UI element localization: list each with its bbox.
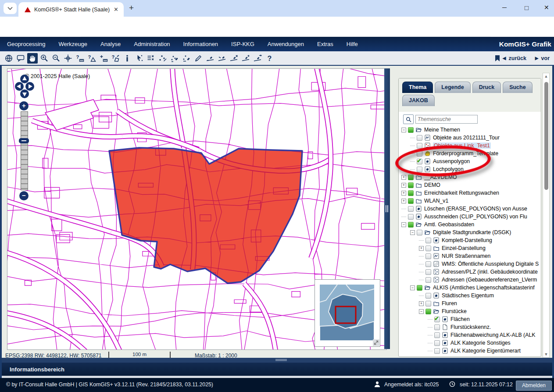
tree-expander[interactable]: +	[401, 191, 406, 196]
tree-item[interactable]: −Meine Themen	[400, 126, 541, 134]
tree-expander[interactable]: −	[410, 230, 415, 235]
tree-item[interactable]: ALK Kategorie Sonstiges	[400, 339, 541, 347]
tree-item[interactable]: −Amtl. Geobasisdaten	[400, 221, 541, 228]
tree-item[interactable]: Städtisches Eigentum	[400, 292, 541, 299]
tree-item-label[interactable]: Fluren	[442, 300, 457, 306]
tool-globe-icon[interactable]	[4, 53, 14, 64]
tree-item[interactable]: Objekte aus 20121111_Tour	[400, 134, 541, 142]
tree-checkbox[interactable]	[425, 293, 431, 299]
tree-item-label[interactable]: Adressen (Gebaeudereferenzen_LVerm	[442, 277, 537, 283]
tool-measure-redline-icon[interactable]: ?	[110, 53, 121, 64]
tree-checkbox[interactable]	[425, 253, 431, 259]
tree-item[interactable]: Adressen (Gebaeudereferenzen_LVerm	[400, 276, 541, 284]
vor-button[interactable]: vor	[541, 55, 550, 61]
tree-checkbox[interactable]	[408, 214, 414, 220]
tree-checkbox[interactable]	[425, 261, 431, 267]
tree-item[interactable]: +WLAN_v1	[400, 197, 541, 205]
tool-remove-vertex-icon[interactable]	[181, 53, 192, 64]
tree-item[interactable]: +Fluren	[400, 299, 541, 307]
tree-item-label[interactable]: Digitale Stadtgrundkarte (DSGK)	[433, 229, 511, 235]
search-button[interactable]	[403, 114, 414, 124]
tree-item-label[interactable]: DEMO	[424, 182, 440, 188]
tool-identify-icon[interactable]	[122, 53, 132, 64]
tree-item[interactable]: ALK Kategorie Eigentümerart	[400, 347, 541, 355]
panel-tab-suche[interactable]: Suche	[503, 82, 533, 93]
tree-checkbox[interactable]	[425, 238, 431, 243]
menu-hilfe[interactable]: Hilfe	[347, 41, 358, 47]
tree-checkbox[interactable]	[425, 301, 431, 306]
tab-close-icon[interactable]: ✕	[112, 6, 120, 13]
tree-expander[interactable]: −	[401, 222, 406, 227]
tree-checkbox[interactable]	[434, 317, 440, 322]
panel-tab-jakob[interactable]: JAKOB	[402, 95, 435, 106]
tree-checkbox[interactable]	[408, 198, 414, 204]
tree-item[interactable]: +DEMO	[400, 181, 541, 189]
scroll-down-icon[interactable]: ▼	[543, 352, 549, 356]
tree-expander[interactable]: +	[419, 246, 424, 251]
tree-expander[interactable]: +	[401, 183, 406, 188]
tree-item-label[interactable]: Erreichbarkeit Rettungswachen	[424, 190, 499, 196]
tree-checkbox[interactable]	[408, 175, 414, 180]
tree-item[interactable]: −ALKIS (Amtliches Liegenschaftskatasteri…	[400, 284, 541, 292]
tree-item-label[interactable]: Einzel-Darstellung	[442, 245, 486, 251]
tree-item-label[interactable]: ALKIS (Amtliches Liegenschaftskatasterin…	[433, 285, 535, 291]
tree-checkbox[interactable]	[408, 127, 414, 133]
tree-checkbox[interactable]	[434, 324, 440, 330]
tree-item-label[interactable]: Meine Themen	[424, 127, 460, 133]
tree-item-label[interactable]: Flächen	[450, 316, 470, 322]
zurueck-button[interactable]: zurück	[509, 55, 526, 61]
tool-center-map-icon[interactable]	[63, 53, 73, 64]
tab-search-button[interactable]	[4, 3, 17, 14]
tree-checkbox[interactable]	[425, 269, 431, 275]
tree-item-label[interactable]: Komplett-Darstellung	[442, 237, 492, 243]
tree-expander[interactable]: +	[401, 175, 406, 180]
tree-item-label[interactable]: Flurstückskennz.	[450, 324, 491, 330]
tree-item[interactable]: WMS: Öffentliche Ausspielung Digitale S	[400, 260, 541, 268]
zoom-in-button[interactable]: +	[19, 101, 29, 110]
tree-item[interactable]: Flurstückskennz.	[400, 323, 541, 331]
tool-redline-line-icon[interactable]	[217, 53, 227, 64]
tree-item-label[interactable]: Flurstücke	[442, 308, 467, 314]
zoom-handle[interactable]	[19, 138, 29, 143]
tree-checkbox[interactable]	[417, 135, 422, 141]
tool-info-bubble-icon[interactable]	[15, 53, 26, 64]
zoom-track[interactable]	[21, 111, 28, 190]
tree-checkbox[interactable]	[425, 309, 431, 314]
zoom-slider[interactable]: + −	[19, 101, 29, 200]
tree-expander[interactable]: −	[410, 285, 415, 290]
tree-item-label[interactable]: Adressen/PLZ (inkl. Gebäudekoordinate	[442, 269, 538, 275]
tree-item-label[interactable]: WMS: Öffentliche Ausspielung Digitale S	[442, 261, 539, 267]
scroll-up-icon[interactable]: ▲	[543, 74, 549, 78]
menu-informationen[interactable]: Informationen	[183, 41, 218, 47]
menu-extras[interactable]: Extras	[317, 41, 333, 47]
tree-item[interactable]: NUR Straßennamen	[400, 252, 541, 260]
tree-item[interactable]: Ausschneiden (CLIP_POLYGONS) von Flu	[400, 213, 541, 221]
tree-item-label[interactable]: Amtl. Geobasisdaten	[424, 221, 474, 228]
tree-item[interactable]: Komplett-Darstellung	[400, 236, 541, 244]
tree-item-label[interactable]: Löschen (ERASE_POLYGONS) von Ausse	[424, 206, 527, 212]
tree-checkbox[interactable]	[434, 348, 440, 354]
tool-redline-point-icon[interactable]	[205, 53, 215, 64]
overview-map[interactable]	[315, 279, 380, 347]
menu-anwendungen[interactable]: Anwendungen	[268, 41, 304, 47]
tree-checkbox[interactable]	[425, 246, 431, 251]
tool-help-icon[interactable]: ?	[264, 53, 275, 64]
tree-item[interactable]: Löschen (ERASE_POLYGONS) von Ausse	[400, 205, 541, 213]
pan-compass-control[interactable]	[14, 74, 35, 100]
tree-item-label[interactable]: Objekte aus 20121111_Tour	[433, 135, 500, 141]
browser-tab[interactable]: KomGIS®+ Stadt Halle (Saale) ✕	[18, 2, 124, 17]
map-viewport[interactable]: © 2001-2025 Halle (Saale) + −	[7, 68, 387, 350]
menu-geoprocessing[interactable]: Geoprocessing	[7, 41, 45, 47]
zoom-out-button[interactable]: −	[19, 191, 29, 200]
window-maximize-button[interactable]: □	[525, 4, 529, 11]
tree-item-label[interactable]: Städtisches Eigentum	[442, 292, 494, 299]
tool-redline-snap-icon[interactable]	[240, 53, 251, 64]
tool-pan-hand-icon[interactable]	[27, 53, 38, 64]
tool-freehand-draw-icon[interactable]	[193, 53, 204, 64]
window-close-button[interactable]: ✕	[544, 4, 549, 11]
tree-item[interactable]: Flächenabweichung ALK-ALB (ALK	[400, 331, 541, 339]
tree-item-label[interactable]: Flächenabweichung ALK-ALB (ALK	[450, 332, 535, 338]
horizontal-splitter[interactable]	[2, 358, 552, 363]
tree-checkbox[interactable]	[417, 143, 422, 149]
tree-expander[interactable]: +	[419, 301, 424, 306]
